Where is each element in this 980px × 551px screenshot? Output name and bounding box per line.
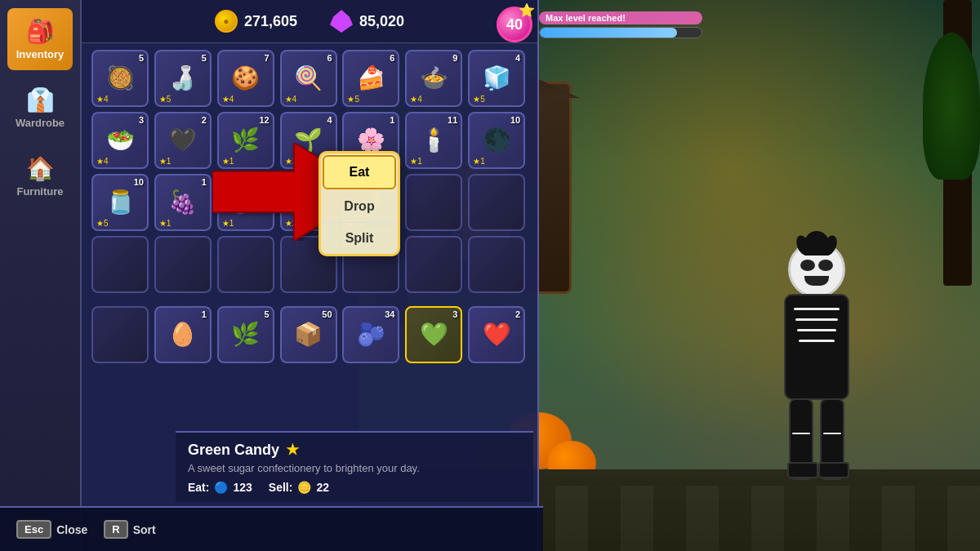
bottom-bar: Esc Close R Sort: [0, 506, 543, 551]
grid-cell-empty: [91, 236, 149, 293]
level-star: ⭐: [519, 2, 535, 18]
sidebar-label-wardrobe: Wardrobe: [16, 117, 65, 129]
level-badge: ⭐ 40 Max level reached!: [497, 7, 702, 42]
sidebar-label-inventory: Inventory: [16, 48, 65, 60]
grid-cell-empty: [154, 236, 212, 293]
sidebar-item-wardrobe[interactable]: 👔 Wardrobe: [7, 77, 73, 139]
wardrobe-icon: 👔: [26, 87, 55, 113]
grid-cell[interactable]: 1 🥚: [154, 306, 212, 363]
item-description: Green Candy ★ A sweet sugar confectioner…: [176, 431, 533, 502]
sidebar-item-furniture[interactable]: 🏠 Furniture: [7, 145, 73, 207]
grid-cell-empty: [405, 174, 462, 231]
grid-cell-empty: [405, 236, 462, 293]
grid-cell[interactable]: 2 ❤️: [468, 306, 525, 363]
grid-cell[interactable]: 6 🍭 ★4: [280, 50, 337, 107]
sort-button[interactable]: R Sort: [104, 520, 155, 539]
inventory-icon: 🎒: [26, 18, 55, 45]
level-circle: ⭐ 40: [497, 7, 532, 42]
currency-bar: ● 271,605 85,020: [82, 0, 537, 43]
eat-value: Eat: 🔵 123: [188, 481, 252, 494]
esc-key: Esc: [16, 520, 51, 539]
gems-display: 85,020: [330, 10, 404, 33]
max-level-label: Max level reached!: [539, 11, 702, 24]
grid-row-4: [91, 236, 528, 293]
inventory-panel: ● 271,605 85,020 5 🥘 ★4 5 🍶 ★5 7 🍪: [82, 0, 539, 551]
grid-cell-empty: [468, 236, 525, 293]
character: [751, 241, 882, 502]
grid-cell[interactable]: 10 🌑 ★1: [468, 112, 525, 169]
gem-icon: [330, 10, 353, 33]
grid-cell[interactable]: 34 🫐: [342, 306, 399, 363]
grid-row-3: 10 🫙 ★5 1 🍇 ★1 4 🫐 ★1 4 🌺 ★1 9 🌻: [91, 174, 528, 231]
close-label: Close: [56, 523, 87, 536]
grid-cell[interactable]: 5 🍶 ★5: [154, 50, 212, 107]
r-key: R: [104, 520, 127, 539]
grid-cell[interactable]: 2 🖤 ★1: [154, 112, 212, 169]
grid-cell[interactable]: 50 📦: [280, 306, 337, 363]
sidebar: 🎒 Inventory 👔 Wardrobe 🏠 Furniture: [0, 0, 82, 551]
close-button[interactable]: Esc Close: [16, 520, 87, 539]
context-menu-split[interactable]: Split: [321, 223, 398, 254]
grid-cell-selected[interactable]: 3 💚: [405, 306, 462, 363]
grid-cell[interactable]: 4 🫐 ★1: [217, 174, 274, 231]
coin-icon: ●: [215, 10, 238, 33]
grid-cell[interactable]: 11 🕯️ ★1: [405, 112, 462, 169]
level-number: 40: [506, 16, 523, 33]
grid-cell-empty: [217, 236, 274, 293]
context-menu-drop[interactable]: Drop: [321, 191, 398, 223]
item-values: Eat: 🔵 123 Sell: 🪙 22: [188, 481, 521, 494]
grid-cell[interactable]: 12 🌿 ★1: [217, 112, 274, 169]
sort-label: Sort: [133, 523, 156, 536]
coin-amount: 271,605: [244, 13, 297, 30]
grid-cell-empty: [91, 306, 149, 363]
item-name: Green Candy ★: [188, 441, 521, 459]
sidebar-label-furniture: Furniture: [16, 185, 63, 198]
level-info: Max level reached!: [539, 11, 702, 38]
inventory-grid: 5 🥘 ★4 5 🍶 ★5 7 🍪 ★4 6 🍭 ★4 6 🍰: [82, 43, 537, 375]
xp-bar-fill: [540, 28, 677, 38]
grid-row-bottom: 1 🥚 5 🌿 50 📦 34 🫐 3 💚 2 ❤️: [91, 306, 528, 363]
sell-value: Sell: 🪙 22: [269, 481, 329, 494]
grid-row-2: 3 🥗 ★4 2 🖤 ★1 12 🌿 ★1 4 🌱 ★1 1 🌸: [91, 112, 528, 169]
furniture-icon: 🏠: [26, 155, 55, 182]
coins-display: ● 271,605: [215, 10, 297, 33]
gem-amount: 85,020: [359, 13, 404, 30]
grid-cell[interactable]: 4 🧊 ★5: [468, 50, 525, 107]
grid-cell[interactable]: 1 🍇 ★1: [154, 174, 212, 231]
grid-cell[interactable]: 5 🌿: [217, 306, 274, 363]
sidebar-item-inventory[interactable]: 🎒 Inventory: [7, 8, 73, 70]
grid-cell[interactable]: 7 🍪 ★4: [217, 50, 274, 107]
grid-cell[interactable]: 5 🥘 ★4: [91, 50, 149, 107]
context-menu: Eat Drop Split: [318, 151, 400, 256]
context-menu-eat[interactable]: Eat: [323, 155, 396, 189]
grid-cell[interactable]: 9 🍲 ★4: [405, 50, 462, 107]
item-description-text: A sweet sugar confectionery to brighten …: [188, 462, 521, 474]
grid-cell[interactable]: 6 🍰 ★5: [342, 50, 399, 107]
xp-bar: [539, 27, 702, 38]
grid-row-1: 5 🥘 ★4 5 🍶 ★5 7 🍪 ★4 6 🍭 ★4 6 🍰: [91, 50, 528, 107]
grid-cell[interactable]: 10 🫙 ★5: [91, 174, 149, 231]
grid-cell[interactable]: 3 🥗 ★4: [91, 112, 149, 169]
grid-cell-empty: [468, 174, 525, 231]
